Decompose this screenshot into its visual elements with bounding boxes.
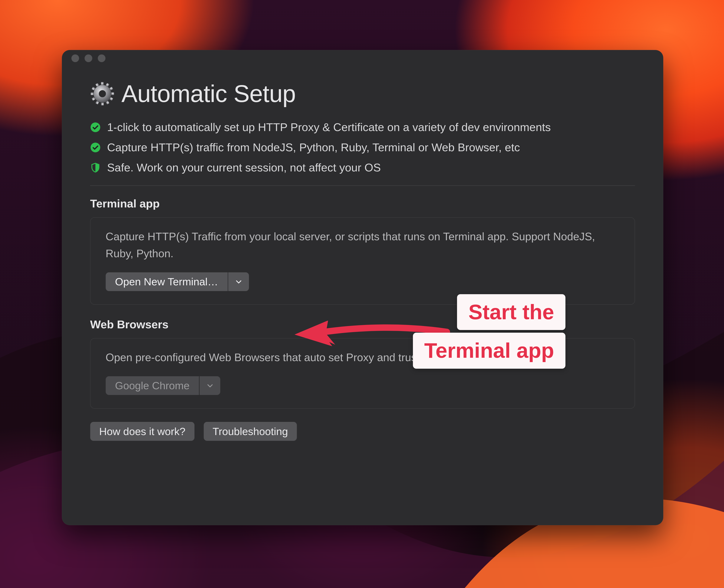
- terminal-description: Capture HTTP(s) Traffic from your local …: [106, 228, 620, 262]
- section-label-terminal: Terminal app: [90, 197, 635, 210]
- footer-buttons: How does it work? Troubleshooting: [90, 422, 635, 441]
- browsers-description: Open pre-configured Web Browsers that au…: [106, 349, 620, 366]
- bullet-item: Safe. Work on your current session, not …: [90, 161, 635, 174]
- bullet-text: 1-click to automatically set up HTTP Pro…: [107, 121, 551, 134]
- gear-icon: [90, 82, 115, 106]
- bullet-item: 1-click to automatically set up HTTP Pro…: [90, 121, 635, 134]
- stage: Automatic Setup 1-click to automatically…: [0, 0, 724, 588]
- svg-point-14: [90, 122, 100, 132]
- window-content: Automatic Setup 1-click to automatically…: [62, 67, 663, 441]
- open-browser-button[interactable]: Google Chrome: [106, 376, 220, 395]
- shield-icon: [90, 162, 101, 173]
- page-title-row: Automatic Setup: [90, 80, 635, 107]
- terminal-group: Capture HTTP(s) Traffic from your local …: [90, 217, 635, 305]
- chevron-down-icon: [235, 278, 242, 286]
- how-does-it-work-button[interactable]: How does it work?: [90, 422, 195, 441]
- section-label-browsers: Web Browsers: [90, 318, 635, 331]
- chevron-down-icon: [206, 382, 214, 390]
- open-terminal-button[interactable]: Open New Terminal…: [106, 272, 249, 291]
- feature-bullets: 1-click to automatically set up HTTP Pro…: [90, 121, 635, 174]
- open-terminal-label: Open New Terminal…: [106, 272, 228, 291]
- bullet-item: Capture HTTP(s) traffic from NodeJS, Pyt…: [90, 141, 635, 154]
- bullet-text: Safe. Work on your current session, not …: [107, 161, 381, 174]
- window-titlebar[interactable]: [62, 50, 663, 67]
- open-browser-label: Google Chrome: [106, 376, 199, 395]
- bullet-text: Capture HTTP(s) traffic from NodeJS, Pyt…: [107, 141, 520, 154]
- traffic-minimize-icon[interactable]: [84, 54, 92, 62]
- divider: [90, 185, 635, 186]
- page-title: Automatic Setup: [122, 80, 296, 107]
- traffic-zoom-icon[interactable]: [98, 54, 106, 62]
- check-circle-icon: [90, 142, 101, 153]
- svg-point-15: [90, 143, 100, 152]
- automatic-setup-window: Automatic Setup 1-click to automatically…: [62, 50, 663, 525]
- open-terminal-menu-button[interactable]: [228, 272, 249, 291]
- check-circle-icon: [90, 122, 101, 132]
- open-browser-menu-button[interactable]: [200, 376, 220, 395]
- troubleshooting-button[interactable]: Troubleshooting: [204, 422, 297, 441]
- traffic-close-icon[interactable]: [71, 54, 79, 62]
- browsers-group: Open pre-configured Web Browsers that au…: [90, 338, 635, 409]
- svg-point-13: [99, 90, 106, 97]
